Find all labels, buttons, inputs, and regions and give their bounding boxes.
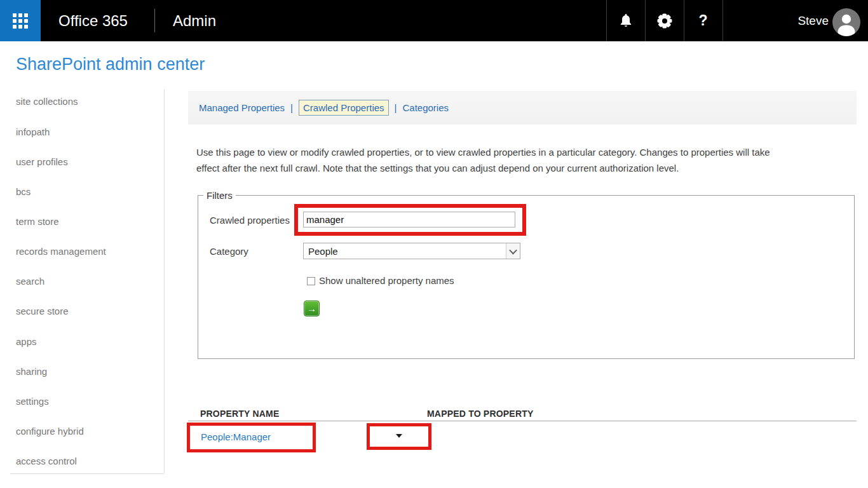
settings-button[interactable] xyxy=(645,0,684,41)
sharepoint-admin-screen: Office 365 Admin ? Stev xyxy=(0,0,868,488)
page-title: SharePoint admin center xyxy=(16,55,205,74)
sidebar-item-settings[interactable]: settings xyxy=(16,395,49,408)
gear-icon xyxy=(657,13,672,29)
bell-icon xyxy=(619,13,633,29)
brand-divider xyxy=(154,9,155,32)
tab-categories[interactable]: Categories xyxy=(402,102,449,113)
sidebar-item-access-control[interactable]: access control xyxy=(16,455,77,468)
tab-separator: | xyxy=(290,102,293,113)
sidebar-item-secure-store[interactable]: secure store xyxy=(16,305,69,318)
properties-tab-strip: Managed Properties | Crawled Properties … xyxy=(188,91,857,125)
filters-legend: Filters xyxy=(203,190,236,201)
sidebar-item-term-store[interactable]: term store xyxy=(16,215,59,228)
crawled-properties-input[interactable] xyxy=(303,212,515,227)
table-header-rule xyxy=(188,421,857,421)
notifications-button[interactable] xyxy=(606,0,645,41)
app-launcher-button[interactable] xyxy=(0,0,41,41)
select-dropdown-button[interactable] xyxy=(506,243,520,259)
admin-section-label: Admin xyxy=(173,0,216,41)
help-button[interactable]: ? xyxy=(684,0,722,41)
show-unaltered-checkbox[interactable] xyxy=(307,277,315,285)
show-unaltered-label: Show unaltered property names xyxy=(319,275,454,286)
sidebar-item-infopath[interactable]: infopath xyxy=(16,126,50,139)
tab-separator: | xyxy=(395,102,397,113)
chevron-down-icon xyxy=(509,246,517,254)
category-select[interactable]: People xyxy=(303,243,520,259)
category-selected-value: People xyxy=(304,246,506,257)
tab-crawled-properties[interactable]: Crawled Properties xyxy=(299,100,389,116)
sidebar-item-bcs[interactable]: bcs xyxy=(16,186,31,198)
crawled-properties-label: Crawled properties xyxy=(210,215,290,226)
sidebar-item-records-management[interactable]: records management xyxy=(16,245,106,258)
column-header-mapped-to-property: MAPPED TO PROPERTY xyxy=(427,409,533,419)
tab-managed-properties[interactable]: Managed Properties xyxy=(199,102,285,113)
arrow-right-icon: → xyxy=(307,304,316,313)
sidebar-item-user-profiles[interactable]: user profiles xyxy=(16,156,68,168)
top-app-bar: Office 365 Admin ? Stev xyxy=(0,0,868,41)
question-mark-icon: ? xyxy=(698,12,707,29)
sidebar-item-site-collections[interactable]: site collections xyxy=(16,95,78,108)
app-launcher-grid-icon xyxy=(13,13,28,29)
user-avatar[interactable] xyxy=(832,8,860,36)
sidebar-item-search[interactable]: search xyxy=(16,275,44,288)
description-line-2: effect after the next full crawl. Note t… xyxy=(196,160,838,176)
apply-filters-go-button[interactable]: → xyxy=(304,301,320,316)
description-line-1: Use this page to view or modify crawled … xyxy=(196,144,838,160)
sidebar-item-configure-hybrid[interactable]: configure hybrid xyxy=(16,425,84,438)
topbar-divider xyxy=(722,0,723,41)
office-365-brand-link[interactable]: Office 365 xyxy=(58,0,128,41)
category-label: Category xyxy=(210,246,248,257)
filters-fieldset xyxy=(198,195,855,359)
sidebar-item-sharing[interactable]: sharing xyxy=(16,365,47,378)
sidebar-divider xyxy=(164,89,165,473)
page-description: Use this page to view or modify crawled … xyxy=(196,144,838,176)
sidebar-item-apps[interactable]: apps xyxy=(16,336,37,348)
row-dropdown-caret-icon[interactable] xyxy=(396,434,402,438)
sidebar-bottom-divider xyxy=(10,473,164,474)
user-name-label[interactable]: Steve xyxy=(783,0,829,41)
property-name-link[interactable]: People:Manager xyxy=(201,431,271,442)
column-header-property-name: PROPERTY NAME xyxy=(200,409,279,419)
person-icon xyxy=(832,8,860,36)
